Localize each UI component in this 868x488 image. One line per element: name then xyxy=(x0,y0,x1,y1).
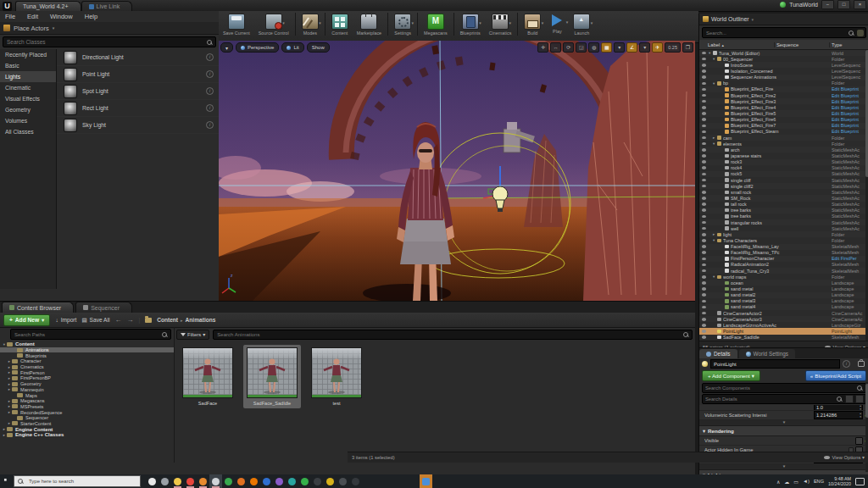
visibility-eye-icon[interactable] xyxy=(702,208,706,212)
search-details[interactable] xyxy=(702,394,866,404)
outliner-row[interactable]: single cliff StaticMeshAc xyxy=(699,177,868,183)
column-type[interactable]: Type xyxy=(829,42,868,47)
taskbar-app-icon[interactable] xyxy=(286,474,298,488)
breadcrumb-current[interactable]: Animations xyxy=(186,317,216,323)
grid-snap-icon[interactable]: ▦ xyxy=(601,42,612,53)
visibility-eye-icon[interactable] xyxy=(702,197,706,200)
volumetric-value-box[interactable]: 1.214286▴▾ xyxy=(814,411,863,419)
visibility-eye-icon[interactable] xyxy=(702,269,706,273)
tray-expand-icon[interactable]: ∧ xyxy=(776,479,780,485)
rotate-tool-icon[interactable]: ⟳ xyxy=(563,42,574,53)
visibility-eye-icon[interactable] xyxy=(702,112,706,115)
outliner-row[interactable]: tall rock StaticMeshAc xyxy=(699,202,868,208)
world-local-icon[interactable]: ◍ xyxy=(588,42,599,53)
toolbar-button[interactable]: ▾ Play xyxy=(545,13,569,34)
toolbar-button[interactable]: ▾ Build xyxy=(517,13,545,36)
taskbar-app-icon[interactable] xyxy=(209,474,222,488)
place-actors-search[interactable] xyxy=(3,36,216,47)
outliner-row[interactable]: tree barks StaticMeshAc xyxy=(699,214,868,219)
outliner-row[interactable]: CineCameraActor2 CineCameraAc xyxy=(699,310,868,316)
taskbar-app-icon[interactable] xyxy=(235,474,248,488)
outliner-search-input[interactable] xyxy=(703,30,849,36)
outliner-row[interactable]: ▾ world maps Folder xyxy=(699,274,868,280)
camera-speed-icon[interactable]: ✈ xyxy=(652,42,663,53)
details-eye-icon[interactable] xyxy=(855,395,864,403)
place-actors-category[interactable]: Cinematic xyxy=(0,82,56,93)
asset-card[interactable]: SadFace xyxy=(179,345,236,408)
outliner-row[interactable]: tree barks StaticMeshAc xyxy=(699,208,868,214)
visibility-eye-icon[interactable] xyxy=(702,179,706,182)
outliner-row[interactable]: Blueprint_Effect_Fire4 Edit Blueprint xyxy=(699,104,868,110)
visibility-eye-icon[interactable] xyxy=(702,58,706,61)
taskbar-app-icon[interactable] xyxy=(248,474,260,488)
tab-details[interactable]: Details xyxy=(699,349,737,358)
outliner-row[interactable]: rock3 StaticMeshAc xyxy=(699,159,868,165)
place-actor-item[interactable]: Sky Light i xyxy=(57,117,219,134)
folder-tree-row[interactable]: ▸ RecordedSequence xyxy=(0,409,174,415)
language-indicator[interactable]: ENG xyxy=(814,479,824,484)
outliner-row[interactable]: well StaticMeshAc xyxy=(699,225,868,231)
taskbar-app-icon[interactable] xyxy=(324,474,337,488)
outliner-row[interactable]: PointLight PointLight xyxy=(699,328,868,334)
search-paths-input[interactable] xyxy=(11,332,162,337)
taskbar-app-icon[interactable] xyxy=(273,474,286,488)
outliner-row[interactable]: Blueprint_Effect_Fire3 Edit Blueprint xyxy=(699,98,868,104)
folder-tree-row[interactable]: Maps xyxy=(0,392,174,398)
outliner-row[interactable]: Blueprint_Effect_Fire2 Edit Blueprint xyxy=(699,92,868,98)
outliner-row[interactable]: rock5 StaticMeshAc xyxy=(699,171,868,177)
column-sequence[interactable]: Sequence xyxy=(774,42,829,47)
perspective-button[interactable]: Perspective xyxy=(236,42,279,53)
outliner-row[interactable]: Isolation_Concerned LevelSequenc xyxy=(699,68,868,74)
start-button[interactable] xyxy=(0,474,14,488)
tab-world-settings[interactable]: World Settings xyxy=(739,349,795,358)
place-actors-category[interactable]: Basic xyxy=(0,60,56,71)
outliner-row[interactable]: Blueprint_Effect_Steam Edit Blueprint xyxy=(699,129,868,135)
maximize-viewport-icon[interactable]: ❐ xyxy=(682,42,693,53)
outliner-search[interactable] xyxy=(702,27,866,38)
toolbar-button[interactable]: M Megascans xyxy=(417,13,452,36)
visibility-eye-icon[interactable] xyxy=(702,106,706,109)
taskbar-app-icon[interactable] xyxy=(184,474,197,488)
lock-icon[interactable] xyxy=(858,361,865,367)
lit-mode-button[interactable]: Lit xyxy=(281,42,303,53)
folder-tree-row[interactable]: Blueprints xyxy=(0,352,174,358)
visibility-eye-icon[interactable] xyxy=(702,318,706,321)
outliner-row[interactable]: Blueprint_Effect_Fire Edit Blueprint xyxy=(699,86,868,92)
visibility-eye-icon[interactable] xyxy=(702,287,706,291)
visibility-eye-icon[interactable] xyxy=(702,94,706,97)
back-button[interactable]: ← xyxy=(114,316,121,324)
asset-card[interactable]: test xyxy=(308,345,365,408)
visibility-eye-icon[interactable] xyxy=(702,258,706,261)
visibility-eye-icon[interactable] xyxy=(702,173,706,176)
visibility-eye-icon[interactable] xyxy=(702,245,706,248)
visibility-eye-icon[interactable] xyxy=(702,221,706,225)
save-all-button[interactable]: ▤Save All xyxy=(81,317,109,324)
visibility-eye-icon[interactable] xyxy=(702,75,706,79)
visibility-eye-icon[interactable] xyxy=(702,100,706,103)
visibility-eye-icon[interactable] xyxy=(702,239,706,242)
folder-tree-row[interactable]: Animations xyxy=(0,347,174,353)
place-actor-item[interactable]: Spot Light i xyxy=(57,83,219,100)
outliner-row[interactable]: ▾ Tuna_World (Editor) World xyxy=(699,50,868,56)
outliner-row[interactable]: ▸ light Folder xyxy=(699,231,868,237)
outliner-row[interactable]: ▸ cam Folder xyxy=(699,135,868,141)
asset-card[interactable]: SadFace_SadIdle xyxy=(243,345,301,408)
search-components-input[interactable] xyxy=(703,385,857,391)
outliner-row[interactable]: ▾ 00_Sequencer Folder xyxy=(699,56,868,62)
move-tool-icon[interactable]: ↔ xyxy=(550,42,561,53)
tab-sequencer[interactable]: Sequencer xyxy=(75,302,132,313)
outliner-row[interactable]: ocean Landscape xyxy=(699,280,868,286)
rendering-section-header[interactable]: ▾Rendering xyxy=(699,425,868,436)
folder-tree-row[interactable]: ▸ StarterContent xyxy=(0,421,174,427)
breadcrumb-root[interactable]: Content xyxy=(157,317,178,323)
outliner-row[interactable]: triangular rocks StaticMeshAc xyxy=(699,219,868,225)
visibility-eye-icon[interactable] xyxy=(702,330,706,333)
outliner-row[interactable]: CineCameraActor3 CineCameraAc xyxy=(699,316,868,322)
folder-tree-row[interactable]: ▸ Mannequin xyxy=(0,387,174,393)
taskbar-app-icon[interactable] xyxy=(222,474,235,488)
outliner-filter-icon[interactable] xyxy=(857,30,864,36)
place-actors-category[interactable]: Lights xyxy=(0,71,56,82)
camera-speed-value[interactable]: 0.25 xyxy=(665,42,681,53)
visibility-eye-icon[interactable] xyxy=(702,185,706,188)
taskbar-clock[interactable]: 9:48 AM 10/24/2020 xyxy=(828,476,851,486)
